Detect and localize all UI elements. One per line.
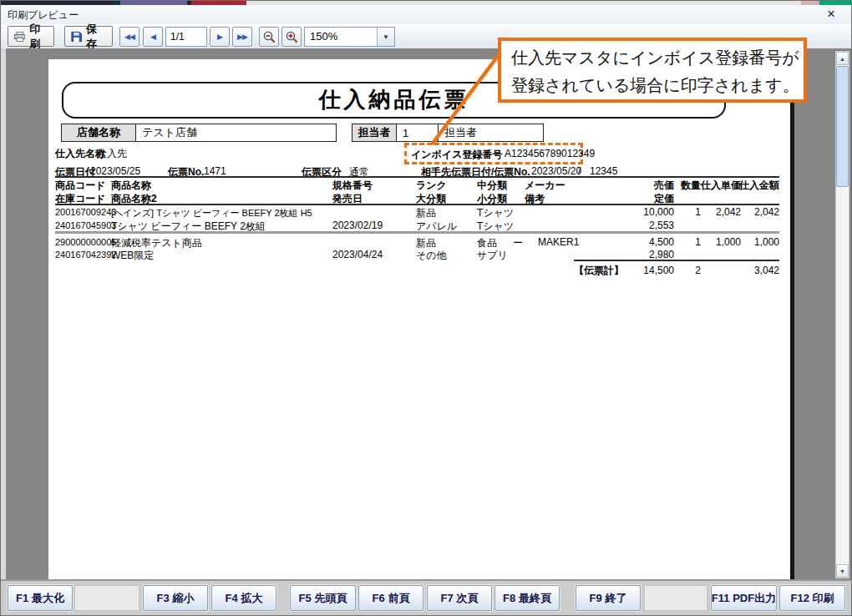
zoom-level-combobox[interactable]: 150% ▼	[304, 27, 395, 47]
supplier-value: 仕入先	[97, 147, 127, 161]
print-preview-dialog: 印刷プレビュー × 印刷 保存 ◀◀ ◀ 1/1 ▶ ▶▶ 150% ▼	[0, 0, 852, 616]
store-name-label: 店舗名称	[62, 124, 136, 141]
item-maker: MAKER1	[538, 236, 579, 248]
item-amount: 2,042	[729, 206, 779, 218]
item-release-date: 2023/02/19	[332, 220, 383, 231]
page-shadow	[790, 59, 794, 581]
partner-slip-separator: /	[578, 165, 581, 177]
chevron-down-icon[interactable]: ▼	[377, 28, 394, 46]
staff-label: 担当者	[352, 124, 397, 141]
fkey-f7-next-page[interactable]: F7 次頁	[427, 585, 492, 611]
scroll-down-button[interactable]: ▼	[836, 564, 849, 578]
table-top-line	[55, 176, 779, 178]
fkey-f6-prev-page[interactable]: F6 前頁	[358, 585, 423, 611]
item-amount: 1,000	[729, 236, 779, 248]
partner-slip-no: 12345	[590, 165, 617, 177]
zoom-out-icon	[262, 30, 276, 44]
col-header-list-price: 定価	[591, 192, 674, 206]
item-name2: WEB限定	[111, 249, 154, 263]
last-page-icon: ▶▶	[237, 33, 247, 41]
scroll-up-button[interactable]: ▲	[836, 52, 849, 65]
save-button-label: 保存	[86, 22, 106, 52]
close-icon[interactable]: ×	[823, 6, 839, 23]
item-release-date: 2023/04/24	[332, 249, 383, 260]
scroll-up-icon: ▲	[839, 56, 845, 62]
slip-total-amount: 3,042	[729, 265, 779, 276]
prev-page-button[interactable]: ◀	[143, 27, 163, 47]
col-header-mid: 中分類	[477, 179, 507, 193]
zoom-level-value: 150%	[310, 30, 337, 43]
invoice-number-value: A123456789012349	[505, 148, 595, 159]
titlebar: 印刷プレビュー ×	[1, 5, 851, 25]
col-header-maker: メーカー	[525, 179, 565, 193]
col-header-name2: 商品名称2	[111, 192, 157, 206]
save-icon	[71, 31, 82, 43]
item-code: 200167009243	[55, 207, 116, 217]
fkey-f10-empty-slot	[644, 585, 707, 611]
col-header-code: 商品コード	[55, 179, 106, 193]
zoom-out-button[interactable]	[259, 27, 279, 47]
fkey-f3-shrink[interactable]: F3 縮小	[143, 585, 208, 611]
fkey-f9-exit[interactable]: F9 終了	[576, 585, 641, 611]
item-major-class: アパレル	[416, 220, 457, 234]
annotation-callout: 仕入先マスタにインボイス登録番号が 登録されている場合に印字されます。	[498, 38, 807, 103]
store-name-value: テスト店舗	[136, 124, 197, 141]
item-mid-class: Tシャツ	[477, 206, 514, 220]
fkey-f8-last-page[interactable]: F8 最終頁	[494, 585, 560, 611]
col-header-stock: 在庫コード	[55, 192, 106, 206]
annotation-text-line1: 仕入先マスタにインボイス登録番号が	[511, 44, 804, 72]
fkey-f1-maximize[interactable]: F1 最大化	[8, 585, 73, 611]
item-minor-class: サプリ	[477, 249, 508, 263]
fkey-f2-empty-slot	[74, 585, 139, 611]
prev-page-icon: ◀	[150, 33, 155, 41]
col-header-spec: 規格番号	[332, 179, 373, 193]
window-title: 印刷プレビュー	[8, 8, 79, 23]
preview-left-edge	[1, 48, 6, 581]
item-minor-class: Tシャツ	[477, 220, 514, 234]
col-header-note: 備考	[525, 192, 545, 206]
slip-date-value: 2023/05/25	[90, 165, 140, 177]
col-header-amount: 仕入金額	[729, 179, 779, 193]
next-page-icon: ▶	[217, 33, 222, 41]
vertical-scrollbar[interactable]: ▲ ▼	[835, 51, 849, 578]
store-name-box: 店舗名称 テスト店舗	[61, 124, 337, 142]
slip-no-value: 1471	[204, 165, 226, 177]
first-page-button[interactable]: ◀◀	[119, 27, 139, 47]
print-button-label: 印刷	[29, 22, 48, 52]
col-header-major: 大分類	[416, 192, 446, 206]
fkey-f4-enlarge[interactable]: F4 拡大	[211, 585, 276, 611]
item-stock-code: 240167042392	[55, 250, 116, 260]
document-page: 仕入納品伝票 店舗名称 テスト店舗 担当者 1 担当者 仕入先名称 仕入先 イン…	[48, 59, 790, 581]
print-button[interactable]: 印刷	[8, 26, 54, 47]
item-rank: 新品	[416, 206, 436, 220]
item-major-class: その他	[416, 249, 447, 263]
col-header-name: 商品名称	[111, 179, 151, 193]
last-page-button[interactable]: ▶▶	[232, 27, 252, 47]
item-class-dash: ー	[513, 236, 523, 250]
item-list-price: 2,980	[591, 249, 674, 260]
item-stock-code: 240167045903	[55, 220, 116, 230]
annotation-text-line2: 登録されている場合に印字されます。	[511, 72, 804, 99]
item-list-price: 2,553	[591, 220, 674, 231]
zoom-in-button[interactable]	[281, 27, 302, 47]
col-header-minor: 小分類	[477, 192, 507, 206]
fkey-f5-first-page[interactable]: F5 先頭頁	[290, 585, 356, 611]
fkey-f11-pdf-output[interactable]: F11 PDF出力	[711, 585, 777, 611]
scroll-down-icon: ▼	[839, 568, 845, 574]
next-page-button[interactable]: ▶	[210, 27, 230, 47]
printer-icon	[14, 31, 25, 43]
save-button[interactable]: 保存	[64, 26, 113, 47]
item-name2: Tシャツ ビーフィー BEEFY 2枚組	[111, 220, 266, 234]
item-code: 290000000005	[55, 237, 116, 247]
slip-total-qty: 2	[659, 265, 701, 276]
zoom-in-icon	[285, 30, 299, 44]
partner-slip-date: 2023/05/20	[531, 165, 581, 177]
item-name: [ヘインズ] Tシャツ ビーフィー BEEFY 2枚組 H5	[111, 207, 312, 220]
fkey-f12-print[interactable]: F12 印刷	[779, 585, 845, 611]
first-page-icon: ◀◀	[124, 33, 134, 41]
scrollbar-thumb[interactable]	[836, 66, 849, 187]
col-header-release: 発売日	[332, 192, 363, 206]
col-header-rank: ランク	[416, 179, 447, 193]
function-key-bar: F1 最大化 F3 縮小 F4 拡大 F5 先頭頁 F6 前頁 F7 次頁 F8…	[1, 579, 851, 615]
page-number-field[interactable]: 1/1	[165, 27, 207, 47]
